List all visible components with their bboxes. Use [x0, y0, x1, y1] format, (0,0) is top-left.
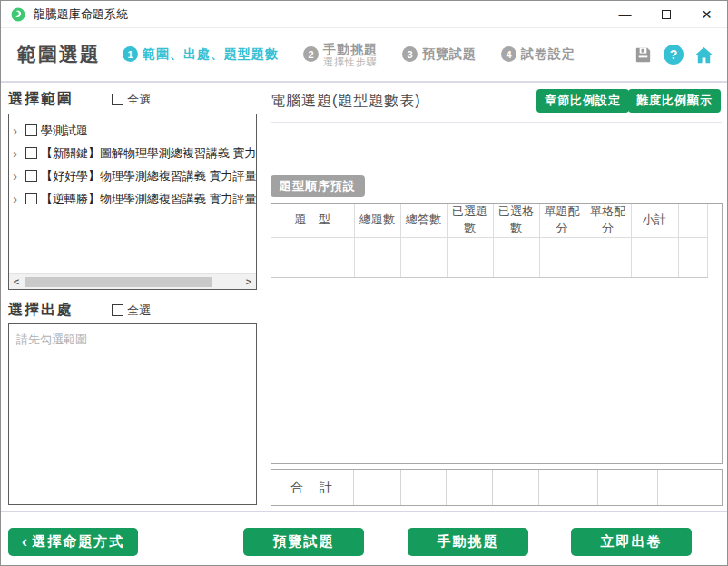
empty-cell [678, 237, 707, 277]
source-select-all-checkbox[interactable] [112, 304, 123, 316]
range-section-header: 選擇範圍 全選 [8, 90, 151, 109]
step-3-label: 預覽試題 [422, 46, 477, 63]
total-row: 合 計 [271, 469, 723, 506]
step-1-label: 範圍、出處、題型題數 [143, 46, 279, 63]
step-separator: — [285, 47, 297, 61]
difficulty-ratio-button[interactable]: 難度比例顯示 [628, 89, 721, 113]
col-points-per-question: 單題配分 [539, 204, 585, 237]
step-3-preview[interactable]: 3 預覽試題 [402, 46, 477, 63]
total-cell [598, 470, 658, 505]
empty-cell [493, 237, 539, 277]
tree-item-checkbox[interactable] [25, 193, 37, 204]
tree-item-newkey[interactable]: › 【新關鍵】圖解物理學測總複習講義 實力評量 [9, 142, 256, 164]
table-empty-row [271, 237, 707, 277]
right-divider [271, 122, 722, 123]
window-controls: — × [605, 1, 727, 27]
range-select-all[interactable]: 全選 [112, 92, 151, 108]
empty-cell [271, 237, 354, 277]
col-points-per-cell: 單格配分 [585, 204, 631, 237]
manual-pick-button[interactable]: 手動挑題 [408, 528, 528, 556]
scroll-left-icon[interactable]: < [9, 276, 24, 287]
maximize-icon [662, 10, 671, 19]
computer-selection-title: 電腦選題(題型題數表) [271, 92, 421, 111]
step-4-label: 試卷設定 [521, 46, 576, 63]
tree-item-checkbox[interactable] [25, 124, 37, 136]
step-1-range[interactable]: 1 範圍、出處、題型題數 [123, 46, 279, 63]
back-chevron-icon: ‹ [22, 531, 27, 551]
question-type-order-button[interactable]: 題型順序預設 [271, 175, 365, 197]
back-to-method-button[interactable]: ‹ 選擇命題方式 [8, 528, 138, 556]
step-separator: — [384, 47, 396, 61]
step-2-label: 手動挑題 [323, 42, 378, 56]
scrollbar-thumb[interactable] [25, 277, 212, 287]
question-type-table-area: 題 型 總題數 總答數 已選題數 已選格數 單題配分 單格配分 小計 [271, 203, 723, 464]
scrollbar-track[interactable] [24, 276, 241, 288]
tree-item-checkbox[interactable] [25, 147, 37, 159]
bottom-action-bar: ‹ 選擇命題方式 預覽試題 手動挑題 立即出卷 [1, 512, 727, 565]
tree-item-comeback[interactable]: › 【逆轉勝】物理學測總複習講義 實力評量 [9, 187, 256, 210]
col-selected-cells: 已選格數 [493, 204, 539, 237]
wizard-header: 範圍選題 1 範圍、出處、題型題數 — 2 手動挑題 選擇性步驟 — 3 預覽試… [1, 28, 727, 83]
app-window: 龍騰題庫命題系統 — × 範圍選題 1 範圍、出處、題型題數 — 2 手動挑題 … [0, 0, 728, 566]
step-4-circle: 4 [501, 46, 516, 62]
empty-cell [585, 237, 631, 277]
col-subtotal: 小計 [631, 204, 678, 237]
save-icon[interactable] [633, 45, 654, 65]
source-list: 請先勾選範圍 [8, 323, 257, 505]
step-4-paper-settings[interactable]: 4 試卷設定 [501, 46, 576, 63]
table-header-row: 題 型 總題數 總答數 已選題數 已選格數 單題配分 單格配分 小計 [271, 204, 707, 237]
step-3-circle: 3 [402, 46, 418, 62]
col-total-answers: 總答數 [400, 204, 447, 237]
step-2-sublabel: 選擇性步驟 [323, 56, 378, 68]
preview-questions-button[interactable]: 預覽試題 [243, 528, 364, 556]
range-title: 選擇範圍 [8, 90, 74, 109]
total-cell [447, 470, 493, 505]
step-1-circle: 1 [123, 46, 138, 62]
generate-paper-button[interactable]: 立即出卷 [571, 528, 692, 556]
app-logo-icon [10, 6, 26, 23]
col-blank [678, 204, 707, 237]
titlebar: 龍騰題庫命題系統 — × [1, 1, 727, 28]
step-2-circle: 2 [303, 46, 319, 62]
horizontal-scrollbar[interactable]: < > [9, 273, 256, 289]
app-title: 龍騰題庫命題系統 [34, 6, 128, 23]
source-placeholder: 請先勾選範圍 [9, 324, 256, 348]
total-cell [539, 470, 598, 505]
maximize-button[interactable] [645, 1, 686, 27]
step-2-manual-pick[interactable]: 2 手動挑題 選擇性步驟 [303, 42, 378, 68]
range-select-all-checkbox[interactable] [112, 94, 123, 105]
total-cell [354, 470, 401, 505]
col-question-type: 題 型 [271, 204, 354, 237]
expand-chevron-icon[interactable]: › [13, 145, 25, 161]
empty-cell [400, 237, 447, 277]
close-button[interactable]: × [686, 1, 727, 27]
tree-item-studywell[interactable]: › 【好好學】物理學測總複習講義 實力評量 [9, 164, 256, 187]
total-cell [658, 470, 722, 505]
tree-item-exam[interactable]: › 學測試題 [9, 119, 256, 142]
empty-cell [354, 237, 400, 277]
empty-cell [539, 237, 585, 277]
empty-cell [447, 237, 493, 277]
col-selected-questions: 已選題數 [447, 204, 493, 237]
home-icon[interactable] [694, 45, 714, 65]
tree-item-checkbox[interactable] [25, 170, 37, 182]
chapter-ratio-button[interactable]: 章節比例設定 [536, 89, 629, 113]
source-select-all[interactable]: 全選 [112, 303, 151, 319]
question-type-table: 題 型 總題數 總答數 已選題數 已選格數 單題配分 單格配分 小計 [271, 204, 708, 278]
range-tree: › 學測試題 › 【新關鍵】圖解物理學測總複習講義 實力評量 › 【好好學】物理… [8, 114, 257, 290]
page-title: 範圍選題 [17, 42, 101, 67]
help-icon[interactable]: ? [664, 45, 684, 65]
scroll-right-icon[interactable]: > [241, 276, 256, 287]
empty-cell [631, 237, 678, 277]
total-cell [401, 470, 447, 505]
total-cell [493, 470, 539, 505]
wizard-steps: 1 範圍、出處、題型題數 — 2 手動挑題 選擇性步驟 — 3 預覽試題 — 4… [123, 42, 576, 68]
source-section-header: 選擇出處 全選 [8, 301, 151, 320]
expand-chevron-icon[interactable]: › [13, 123, 25, 138]
main-content: 選擇範圍 全選 › 學測試題 › 【新關鍵】圖解物理學測總複習講義 實力評量 [1, 83, 727, 512]
expand-chevron-icon[interactable]: › [13, 168, 25, 184]
expand-chevron-icon[interactable]: › [13, 191, 25, 206]
step-separator: — [483, 47, 495, 61]
col-total-questions: 總題數 [354, 204, 400, 237]
minimize-button[interactable]: — [605, 1, 645, 27]
